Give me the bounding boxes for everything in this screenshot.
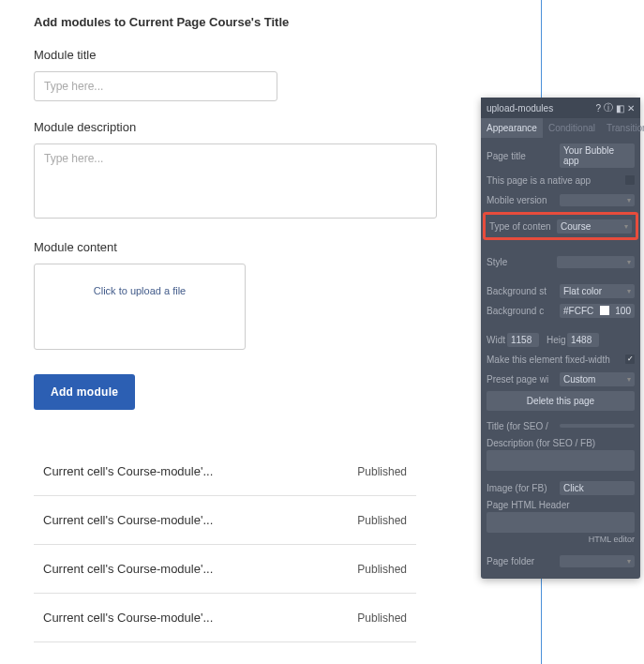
property-panel: upload-modules ? ⓘ ◧ ✕ Appearance Condit… — [481, 98, 640, 579]
bg-style-dropdown[interactable]: Flat color▾ — [560, 284, 635, 298]
help-icon[interactable]: ? — [595, 103, 601, 113]
list-item[interactable]: Current cell's Course-module'... Publish… — [34, 496, 416, 545]
upload-file-box[interactable]: Click to upload a file — [34, 264, 246, 350]
tab-appearance[interactable]: Appearance — [481, 118, 543, 138]
module-status: Published — [357, 465, 407, 478]
mobile-version-dropdown[interactable]: ▾ — [560, 194, 635, 206]
panel-tabs: Appearance Conditional Transitions — [481, 118, 640, 138]
module-status: Published — [357, 514, 407, 527]
module-name: Current cell's Course-module'... — [43, 562, 213, 576]
width-input[interactable]: 1158 — [507, 333, 539, 347]
tab-transitions[interactable]: Transitions — [601, 118, 644, 138]
page-folder-dropdown[interactable]: ▾ — [560, 555, 635, 567]
highlight-box: Type of conten Course▾ — [483, 212, 638, 240]
bg-color-label: Background c — [487, 306, 560, 316]
fixed-width-checkbox[interactable] — [625, 355, 635, 364]
native-app-checkbox[interactable] — [625, 175, 635, 185]
page-folder-label: Page folder — [487, 556, 560, 566]
list-item[interactable]: Current cell's Course-module'... Publish… — [34, 594, 416, 642]
module-title-input[interactable] — [34, 71, 277, 101]
color-swatch[interactable] — [600, 306, 609, 315]
tab-conditional[interactable]: Conditional — [543, 118, 601, 138]
module-list: Current cell's Course-module'... Publish… — [34, 447, 416, 642]
fixed-width-label: Make this element fixed-width — [487, 355, 625, 365]
fb-image-field[interactable]: Click — [560, 481, 635, 495]
type-content-dropdown[interactable]: Course▾ — [557, 219, 632, 234]
height-label: Heig — [547, 335, 567, 345]
page-title-field[interactable]: Your Bubble app — [560, 143, 635, 168]
preset-width-label: Preset page wi — [487, 374, 560, 385]
seo-desc-input[interactable] — [487, 450, 635, 471]
list-item[interactable]: Current cell's Course-module'... Publish… — [34, 447, 416, 496]
width-label: Widt — [487, 335, 507, 345]
upload-text: Click to upload a file — [94, 285, 186, 296]
fb-image-label: Image (for FB) — [487, 483, 560, 493]
mobile-version-label: Mobile version — [487, 195, 560, 205]
page-title: Add modules to Current Page Course's Tit… — [34, 15, 416, 29]
type-content-label: Type of conten — [489, 221, 557, 232]
module-title-label: Module title — [34, 48, 416, 62]
native-app-label: This page is a native app — [487, 175, 625, 186]
style-dropdown[interactable]: ▾ — [557, 256, 635, 268]
main-form: Add modules to Current Page Course's Tit… — [0, 0, 450, 664]
style-label: Style — [487, 257, 557, 267]
panel-title: upload-modules — [487, 103, 553, 113]
close-icon[interactable]: ✕ — [627, 103, 635, 113]
module-description-label: Module description — [34, 120, 416, 134]
delete-page-button[interactable]: Delete this page — [487, 391, 635, 411]
seo-title-label: Title (for SEO / — [487, 421, 560, 431]
module-name: Current cell's Course-module'... — [43, 611, 213, 625]
seo-title-input[interactable] — [560, 424, 635, 428]
html-editor-link[interactable]: HTML editor — [487, 535, 635, 544]
seo-desc-label: Description (for SEO / FB) — [487, 438, 635, 448]
panel-header[interactable]: upload-modules ? ⓘ ◧ ✕ — [481, 98, 640, 118]
comment-icon[interactable]: ◧ — [616, 103, 624, 113]
module-name: Current cell's Course-module'... — [43, 464, 213, 478]
module-content-label: Module content — [34, 240, 416, 254]
info-icon[interactable]: ⓘ — [604, 101, 613, 114]
height-input[interactable]: 1488 — [567, 333, 599, 347]
preset-width-dropdown[interactable]: Custom▾ — [560, 372, 635, 386]
bg-style-label: Background st — [487, 286, 560, 296]
module-status: Published — [357, 611, 407, 625]
module-description-input[interactable] — [34, 143, 437, 219]
module-status: Published — [357, 563, 407, 576]
html-header-label: Page HTML Header — [487, 500, 635, 510]
page-title-label: Page title — [487, 151, 560, 161]
list-item[interactable]: Current cell's Course-module'... Publish… — [34, 545, 416, 594]
module-name: Current cell's Course-module'... — [43, 513, 213, 527]
bg-color-field[interactable]: #FCFC100 — [560, 304, 635, 318]
html-header-input[interactable] — [487, 512, 635, 533]
add-module-button[interactable]: Add module — [34, 374, 135, 410]
